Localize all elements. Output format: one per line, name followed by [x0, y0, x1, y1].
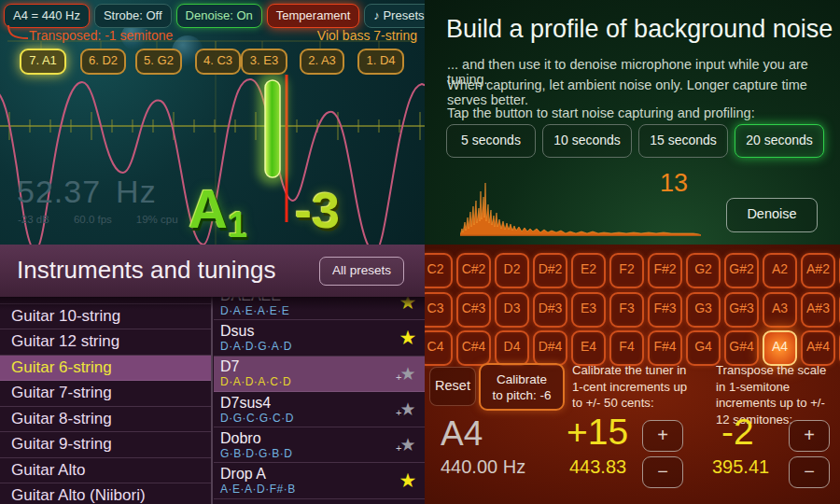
note-cell[interactable]: G3 — [686, 292, 721, 328]
note-cell[interactable]: A#3 — [801, 292, 835, 328]
tuning-row[interactable]: D7sus4D·G·C·G·C·D +★ — [214, 392, 425, 427]
note-cell[interactable]: D#3 — [533, 292, 567, 328]
string-button-3[interactable]: 3. E3 — [241, 49, 287, 75]
instrument-list: Guitalele Guitar 10-string Guitar 12 str… — [0, 297, 211, 504]
note-cell[interactable]: C3 — [425, 292, 453, 328]
instrument-row[interactable]: Guitar Alto (Niibori) — [0, 483, 211, 504]
capture-15s-button[interactable]: 15 seconds — [638, 124, 728, 158]
note-cell[interactable]: C2 — [425, 253, 453, 288]
note-cell[interactable]: G4 — [686, 330, 721, 366]
tuning-name: Dobro — [220, 430, 391, 447]
calibrate-plus-button[interactable]: + — [642, 420, 683, 452]
note-cell[interactable]: G#4 — [724, 330, 759, 366]
note-cell[interactable]: F#2 — [648, 253, 682, 288]
tuning-row[interactable]: Drop A# — [214, 499, 425, 504]
capture-20s-button[interactable]: 20 seconds — [735, 124, 824, 158]
transpose-plus-button[interactable]: + — [789, 420, 830, 452]
strobe-toggle-button[interactable]: Strobe: Off — [94, 4, 172, 28]
music-note-icon: ♪ — [373, 8, 380, 22]
temperament-button[interactable]: Temperament — [267, 4, 359, 28]
instrument-row[interactable]: Guitar 7-string — [0, 381, 211, 407]
transposed-pointer-line — [6, 25, 32, 42]
instrument-row[interactable]: Guitar 10-string — [0, 304, 211, 330]
note-cell[interactable]: C4 — [425, 330, 453, 366]
denoise-toggle-button[interactable]: Denoise: On — [176, 4, 262, 28]
tuning-row[interactable]: Drop AA·E·A·D·F#·B ★ — [214, 463, 425, 498]
favorite-star-icon[interactable]: ★ — [391, 469, 425, 492]
note-cell[interactable]: E4 — [571, 330, 606, 366]
string-button-6[interactable]: 6. D2 — [80, 49, 126, 75]
tuning-row[interactable]: DobroG·B·D·G·B·D +★ — [214, 427, 425, 463]
instrument-row[interactable]: Guitar 9-string — [0, 432, 211, 458]
note-cell[interactable]: A3 — [763, 292, 797, 328]
noise-panel-title: Build a profile of background noise — [446, 15, 833, 44]
note-cell[interactable]: D2 — [495, 253, 529, 288]
transpose-minus-button[interactable]: − — [789, 456, 830, 488]
calibrate-to-pitch-button[interactable]: Calibrate to pitch: -6 — [479, 363, 565, 411]
add-favorite-star-icon[interactable]: +★ — [391, 363, 425, 385]
note-cell[interactable]: F4 — [609, 330, 644, 366]
calibration-cents-value: +15 — [567, 412, 628, 453]
tuning-row[interactable]: DAEAEED·A·E·A·E·E ★ — [214, 297, 425, 320]
cpu-readout: 19% cpu — [136, 214, 178, 225]
instrument-row-selected[interactable]: Guitar 6-string — [0, 356, 211, 382]
string-button-2[interactable]: 2. A3 — [300, 49, 344, 75]
note-cell[interactable]: D#4 — [533, 330, 567, 366]
note-cell[interactable]: E2 — [571, 253, 606, 288]
all-presets-button[interactable]: All presets — [319, 257, 404, 286]
note-cell[interactable]: G#3 — [724, 292, 759, 328]
note-cell[interactable]: E3 — [571, 292, 606, 328]
tuner-toolbar: A4 = 440 Hz Strobe: Off Denoise: On Temp… — [4, 4, 425, 28]
note-cell-selected[interactable]: A4 — [763, 330, 797, 366]
instrument-row[interactable]: Guitar 12 string — [0, 329, 211, 356]
note-cell[interactable]: C#3 — [456, 292, 491, 328]
tuning-row-selected[interactable]: D7D·A·D·A·C·D +★ — [214, 357, 425, 392]
tuner-panel: A4 = 440 Hz Strobe: Off Denoise: On Temp… — [0, 0, 425, 245]
transpose-semitones-value: -2 — [721, 412, 754, 453]
add-favorite-star-icon[interactable]: +★ — [391, 434, 425, 455]
note-cell[interactable]: C#4 — [456, 330, 491, 366]
transpose-frequency-value: 395.41 — [712, 456, 769, 478]
plus-sparkle-icon: + — [396, 407, 401, 418]
string-button-7[interactable]: 7. A1 — [20, 49, 66, 75]
transposed-label: Transposed: -1 semitone — [29, 28, 173, 43]
instrument-row[interactable]: Guitar 8-string — [0, 407, 211, 433]
note-cell[interactable]: G2 — [686, 253, 721, 288]
reset-button[interactable]: Reset — [429, 367, 476, 406]
frequency-value: 52.37 — [17, 174, 101, 209]
reference-note: A4 — [441, 414, 483, 454]
instrument-row[interactable]: Guitar Alto — [0, 458, 211, 484]
favorite-star-icon[interactable]: ★ — [391, 297, 425, 314]
string-button-4[interactable]: 4. C3 — [195, 49, 241, 75]
note-cell[interactable]: F#4 — [648, 330, 682, 366]
note-grid-row-octave2: C2 C#2 D2 D#2 E2 F2 F#2 G2 G#2 A2 A#2 B2 — [425, 253, 840, 288]
denoise-action-button[interactable]: Denoise — [726, 198, 818, 232]
note-octave: 1 — [228, 205, 247, 245]
note-cell[interactable]: D3 — [495, 292, 529, 328]
note-cell[interactable]: A2 — [763, 253, 797, 288]
frequency-unit: Hz — [116, 174, 157, 209]
note-cell[interactable]: F2 — [609, 253, 644, 288]
string-button-1[interactable]: 1. D4 — [357, 49, 404, 75]
calibrate-minus-button[interactable]: − — [642, 456, 683, 488]
tuning-notes: A·E·A·D·F#·B — [220, 483, 391, 496]
instrument-row[interactable]: Guitalele — [0, 297, 211, 304]
tuning-name: Drop A — [220, 466, 391, 483]
string-button-5[interactable]: 5. G2 — [135, 49, 182, 75]
capture-10s-button[interactable]: 10 seconds — [542, 124, 632, 158]
note-cell[interactable]: G#2 — [724, 253, 759, 288]
add-favorite-star-icon[interactable]: +★ — [391, 399, 425, 420]
note-cell[interactable]: A#2 — [801, 253, 835, 288]
note-cell[interactable]: D#2 — [533, 253, 567, 288]
favorite-star-icon[interactable]: ★ — [391, 327, 425, 349]
note-cell[interactable]: A#4 — [801, 330, 835, 366]
list-scrollbar[interactable] — [211, 297, 213, 504]
tuning-row[interactable]: DsusD·A·D·G·A·D ★ — [214, 320, 425, 356]
tuning-list: DAEAEED·A·E·A·E·E ★ DsusD·A·D·G·A·D ★ D7… — [214, 297, 425, 504]
note-cell[interactable]: D4 — [495, 330, 529, 366]
note-cell[interactable]: F#3 — [648, 292, 682, 328]
note-cell[interactable]: F3 — [609, 292, 644, 328]
note-cell[interactable]: C#2 — [456, 253, 491, 288]
capture-5s-button[interactable]: 5 seconds — [446, 124, 536, 158]
presets-button[interactable]: ♪ Presets — [364, 4, 425, 28]
